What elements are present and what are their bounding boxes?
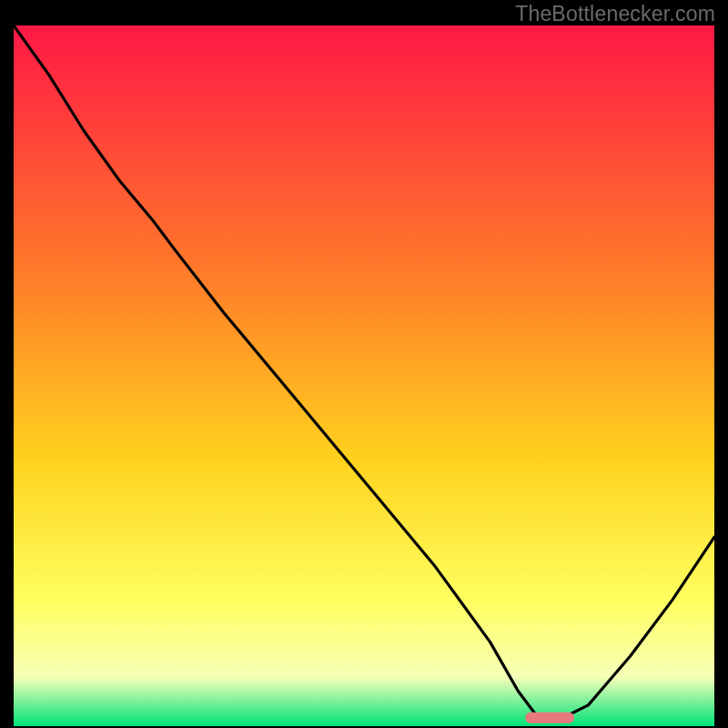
gradient-background <box>14 25 714 726</box>
chart-frame <box>14 25 714 726</box>
optimal-range-marker <box>525 713 574 723</box>
watermark-text: TheBottlenecker.com <box>515 2 715 26</box>
bottleneck-chart <box>14 25 714 726</box>
